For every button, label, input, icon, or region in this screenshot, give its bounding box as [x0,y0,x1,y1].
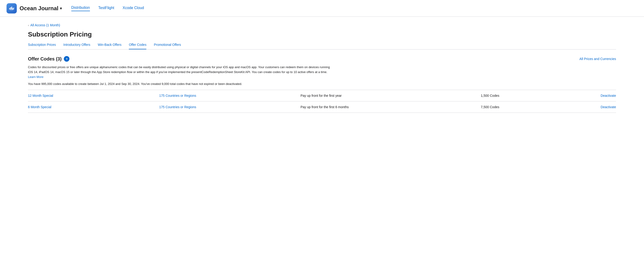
all-prices-link[interactable]: All Prices and Currencies [580,57,616,61]
offers-table: 12 Month Special 175 Countries or Region… [28,90,616,113]
bottom-divider [28,113,616,113]
offer-name-link[interactable]: 12 Month Special [28,94,53,98]
breadcrumb-chevron-icon: ‹ [28,23,29,27]
nav-distribution[interactable]: Distribution [71,5,90,11]
table-row: 12 Month Special 175 Countries or Region… [28,90,616,101]
offer-codes-count: 7,500 Codes [479,101,556,113]
app-name-group[interactable]: Ocean Journal ▾ [20,5,62,12]
offer-name-link[interactable]: 6 Month Special [28,105,51,109]
offer-regions-link[interactable]: 175 Countries or Regions [159,94,196,98]
offer-description: Pay up front for the first 6 months [299,101,479,113]
tab-promotional-offers[interactable]: Promotional Offers [154,43,181,49]
tab-offer-codes[interactable]: Offer Codes [129,43,146,49]
offer-description: Pay up front for the first year [299,90,479,101]
app-name-chevron: ▾ [60,6,62,11]
section-title-row: Offer Codes (3) + [28,56,70,62]
main-content: ‹ All Access (1 Month) Subscription Pric… [0,17,644,122]
section-header: Offer Codes (3) + All Prices and Currenc… [28,56,616,62]
deactivate-button[interactable]: Deactivate [601,105,616,109]
breadcrumb: ‹ All Access (1 Month) [28,23,616,27]
section-title: Offer Codes (3) [28,56,62,62]
app-name: Ocean Journal [20,5,58,12]
tab-nav: Subscription Prices Introductory Offers … [28,43,616,50]
top-nav: Distribution TestFlight Xcode Cloud [71,5,144,11]
page-title: Subscription Pricing [28,31,616,38]
offer-regions-link[interactable]: 175 Countries or Regions [159,105,196,109]
learn-more-link[interactable]: Learn More [28,75,43,79]
add-offer-button[interactable]: + [64,56,70,62]
nav-testflight[interactable]: TestFlight [98,6,114,11]
app-icon [6,3,17,13]
tab-introductory-offers[interactable]: Introductory Offers [63,43,90,49]
offer-codes-description: Codes for discounted prices or free offe… [28,65,331,79]
table-row: 6 Month Special 175 Countries or Regions… [28,101,616,113]
tab-win-back-offers[interactable]: Win-Back Offers [98,43,122,49]
breadcrumb-link[interactable]: All Access (1 Month) [30,23,60,27]
svg-point-1 [11,6,12,8]
offer-codes-count: 1,500 Codes [479,90,556,101]
deactivate-button[interactable]: Deactivate [601,94,616,98]
tab-subscription-prices[interactable]: Subscription Prices [28,43,56,49]
app-header: Ocean Journal ▾ Distribution TestFlight … [0,0,644,17]
nav-xcode-cloud[interactable]: Xcode Cloud [122,6,144,11]
availability-text: You have 995,000 codes available to crea… [28,82,616,86]
